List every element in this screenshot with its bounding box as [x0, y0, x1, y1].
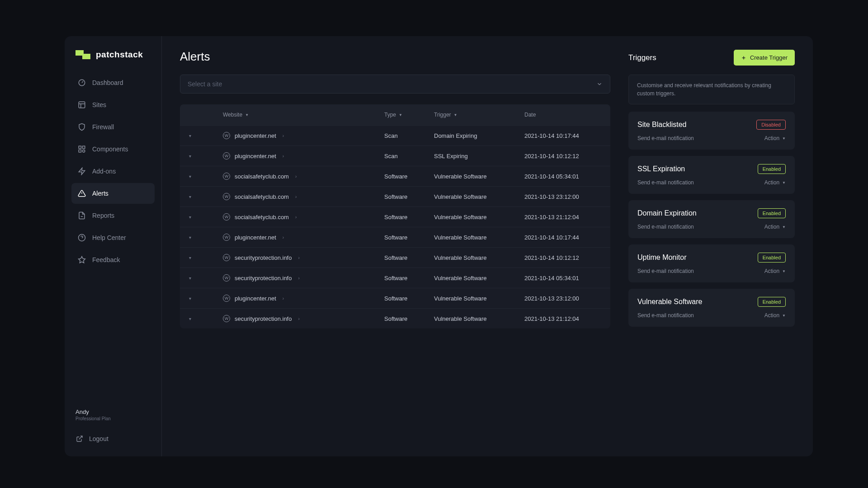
type-cell: Software: [384, 315, 434, 322]
logout-button[interactable]: Logout: [75, 430, 151, 447]
table-row[interactable]: ▾ W socialsafetyclub.com › Software Vuln…: [180, 166, 610, 186]
wordpress-icon: W: [223, 234, 230, 241]
website-cell: W plugincenter.net ›: [207, 132, 384, 139]
table-row[interactable]: ▾ W plugincenter.net › Scan SSL Expiring…: [180, 145, 610, 166]
expand-toggle[interactable]: ▾: [189, 194, 207, 199]
trigger-action-dropdown[interactable]: Action ▼: [764, 268, 786, 274]
help-icon: [78, 234, 86, 242]
sidebar-item-components[interactable]: Components: [71, 139, 155, 160]
trigger-cell: Vulnerable Software: [434, 193, 524, 200]
date-cell: 2021-10-13 23:12:00: [524, 295, 601, 302]
type-cell: Software: [384, 275, 434, 282]
sort-caret-icon: ▼: [399, 113, 402, 117]
user-plan: Professional Plan: [75, 416, 151, 421]
site-select-dropdown[interactable]: Select a site: [180, 75, 610, 94]
logo[interactable]: patchstack: [65, 50, 161, 60]
date-cell: 2021-10-13 21:12:04: [524, 315, 601, 322]
sort-caret-icon: ▼: [454, 113, 458, 117]
trigger-action-dropdown[interactable]: Action ▼: [764, 135, 786, 141]
expand-toggle[interactable]: ▾: [189, 215, 207, 220]
table-row[interactable]: ▾ W securityprotection.info › Software V…: [180, 267, 610, 288]
expand-toggle[interactable]: ▾: [189, 174, 207, 179]
sort-caret-icon: ▼: [245, 113, 249, 117]
date-cell: 2021-10-14 10:12:12: [524, 254, 601, 261]
sidebar-item-reports[interactable]: Reports: [71, 205, 155, 226]
table-row[interactable]: ▾ W plugincenter.net › Software Vulnerab…: [180, 288, 610, 308]
trigger-card[interactable]: Site Blacklisted Disabled Send e-mail no…: [628, 112, 795, 150]
table-row[interactable]: ▾ W plugincenter.net › Software Vulnerab…: [180, 227, 610, 247]
trigger-card[interactable]: Uptime Monitor Enabled Send e-mail notif…: [628, 244, 795, 282]
website-name: plugincenter.net: [235, 132, 276, 139]
table-row[interactable]: ▾ W securityprotection.info › Software V…: [180, 308, 610, 328]
trigger-action-dropdown[interactable]: Action ▼: [764, 224, 786, 230]
expand-toggle[interactable]: ▾: [189, 133, 207, 138]
column-date[interactable]: Date: [524, 112, 601, 118]
column-website[interactable]: Website ▼: [207, 112, 384, 118]
user-block[interactable]: Andy Professional Plan: [75, 408, 151, 421]
website-cell: W socialsafetyclub.com ›: [207, 193, 384, 200]
sidebar-item-alerts[interactable]: Alerts: [71, 183, 155, 204]
sidebar-item-label: Add-ons: [92, 168, 116, 175]
chevron-right-icon: ›: [283, 133, 284, 138]
create-trigger-button[interactable]: Create Trigger: [734, 50, 795, 66]
site-select-placeholder: Select a site: [188, 80, 222, 88]
svg-point-7: [83, 150, 85, 152]
trigger-card-title: Uptime Monitor: [637, 253, 686, 262]
grid-icon: [78, 101, 86, 109]
status-badge: Enabled: [758, 297, 786, 307]
sidebar-item-add-ons[interactable]: Add-ons: [71, 161, 155, 182]
sidebar-item-help-center[interactable]: Help Center: [71, 227, 155, 248]
type-cell: Scan: [384, 153, 434, 160]
chevron-right-icon: ›: [295, 194, 297, 199]
website-name: plugincenter.net: [235, 234, 276, 241]
column-trigger[interactable]: Trigger ▼: [434, 112, 524, 118]
svg-rect-5: [83, 146, 85, 148]
table-row[interactable]: ▾ W socialsafetyclub.com › Software Vuln…: [180, 206, 610, 227]
chevron-right-icon: ›: [298, 255, 299, 260]
sidebar-item-firewall[interactable]: Firewall: [71, 117, 155, 137]
expand-toggle[interactable]: ▾: [189, 316, 207, 321]
lightning-icon: [78, 167, 86, 175]
trigger-action-dropdown[interactable]: Action ▼: [764, 312, 786, 319]
trigger-action-dropdown[interactable]: Action ▼: [764, 179, 786, 186]
sidebar-item-dashboard[interactable]: Dashboard: [71, 72, 155, 93]
sidebar-item-feedback[interactable]: Feedback: [71, 249, 155, 270]
expand-toggle[interactable]: ▾: [189, 296, 207, 301]
website-cell: W plugincenter.net ›: [207, 234, 384, 241]
type-cell: Software: [384, 214, 434, 221]
website-cell: W securityprotection.info ›: [207, 254, 384, 261]
trigger-card[interactable]: SSL Expiration Enabled Send e-mail notif…: [628, 156, 795, 194]
sidebar-nav: DashboardSitesFirewallComponentsAdd-onsA…: [65, 72, 161, 270]
wordpress-icon: W: [223, 173, 230, 180]
chevron-right-icon: ›: [283, 154, 284, 159]
trigger-cell: Vulnerable Software: [434, 315, 524, 322]
sidebar-item-label: Sites: [92, 101, 106, 108]
caret-down-icon: ▼: [782, 136, 786, 141]
sidebar: patchstack DashboardSitesFirewallCompone…: [65, 36, 162, 456]
svg-rect-6: [79, 150, 81, 152]
sidebar-item-sites[interactable]: Sites: [71, 94, 155, 115]
table-row[interactable]: ▾ W plugincenter.net › Scan Domain Expir…: [180, 125, 610, 145]
website-cell: W securityprotection.info ›: [207, 274, 384, 282]
trigger-card-title: SSL Expiration: [637, 165, 685, 173]
triggers-panel: Triggers Create Trigger Customise and re…: [628, 50, 795, 443]
wordpress-icon: W: [223, 254, 230, 261]
main-content: Alerts Select a site Website ▼ Type ▼: [162, 36, 813, 456]
table-row[interactable]: ▾ W securityprotection.info › Software V…: [180, 247, 610, 267]
expand-toggle[interactable]: ▾: [189, 276, 207, 281]
website-name: securityprotection.info: [235, 275, 292, 282]
type-cell: Software: [384, 295, 434, 302]
sidebar-item-label: Alerts: [92, 190, 108, 197]
status-badge: Enabled: [758, 164, 786, 174]
expand-toggle[interactable]: ▾: [189, 255, 207, 260]
triggers-description: Customise and receive relevant notificat…: [628, 75, 795, 104]
expand-toggle[interactable]: ▾: [189, 154, 207, 159]
column-type[interactable]: Type ▼: [384, 112, 434, 118]
star-icon: [78, 256, 86, 264]
trigger-notification-label: Send e-mail notification: [637, 224, 694, 230]
table-row[interactable]: ▾ W socialsafetyclub.com › Software Vuln…: [180, 186, 610, 206]
sidebar-item-label: Dashboard: [92, 79, 123, 86]
trigger-card[interactable]: Domain Expiration Enabled Send e-mail no…: [628, 200, 795, 238]
expand-toggle[interactable]: ▾: [189, 235, 207, 240]
trigger-card[interactable]: Vulnerable Software Enabled Send e-mail …: [628, 289, 795, 327]
